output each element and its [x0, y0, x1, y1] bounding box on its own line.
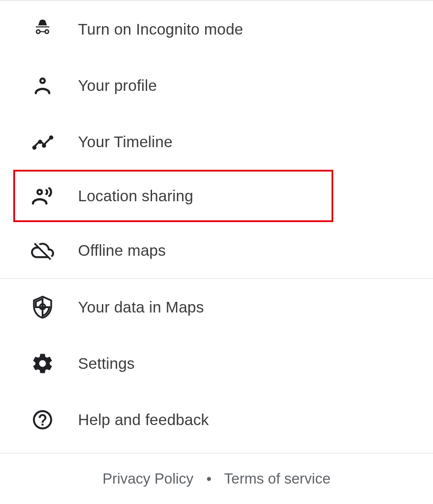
- menu-item-label: Help and feedback: [78, 411, 209, 429]
- footer-separator: [207, 477, 211, 481]
- svg-point-0: [40, 78, 45, 83]
- menu-item-incognito[interactable]: Turn on Incognito mode: [0, 1, 433, 57]
- menu-item-profile[interactable]: Your profile: [0, 57, 433, 113]
- privacy-policy-link[interactable]: Privacy Policy: [102, 470, 193, 487]
- timeline-icon: [29, 129, 56, 155]
- menu-item-label: Your data in Maps: [78, 298, 204, 316]
- svg-point-4: [49, 135, 54, 140]
- svg-point-1: [32, 145, 37, 150]
- menu-item-settings[interactable]: Settings: [0, 335, 433, 391]
- menu-item-label: Turn on Incognito mode: [78, 20, 243, 38]
- svg-point-5: [38, 190, 42, 194]
- svg-point-2: [38, 140, 43, 144]
- menu-item-location-sharing[interactable]: Location sharing: [13, 170, 333, 222]
- help-icon: [29, 406, 56, 433]
- menu-item-label: Settings: [78, 355, 135, 372]
- menu-list: Turn on Incognito mode Your profile Your…: [0, 1, 433, 453]
- cloud-off-icon: [29, 237, 56, 264]
- menu-item-label: Your Timeline: [78, 133, 172, 151]
- menu-item-label: Your profile: [78, 77, 157, 94]
- menu-item-offline-maps[interactable]: Offline maps: [0, 222, 433, 278]
- shield-icon: [29, 294, 56, 320]
- person-icon: [29, 72, 56, 99]
- terms-of-service-link[interactable]: Terms of service: [224, 470, 331, 487]
- menu-item-help[interactable]: Help and feedback: [0, 391, 433, 448]
- gear-icon: [29, 350, 56, 377]
- location-sharing-icon: [29, 183, 56, 209]
- menu-item-label: Offline maps: [78, 242, 166, 259]
- menu-item-timeline[interactable]: Your Timeline: [0, 113, 433, 170]
- menu-item-label: Location sharing: [78, 187, 193, 205]
- footer: Privacy Policy Terms of service: [0, 453, 433, 504]
- incognito-icon: [29, 16, 56, 43]
- menu-item-your-data[interactable]: Your data in Maps: [0, 279, 433, 335]
- svg-point-3: [42, 143, 46, 148]
